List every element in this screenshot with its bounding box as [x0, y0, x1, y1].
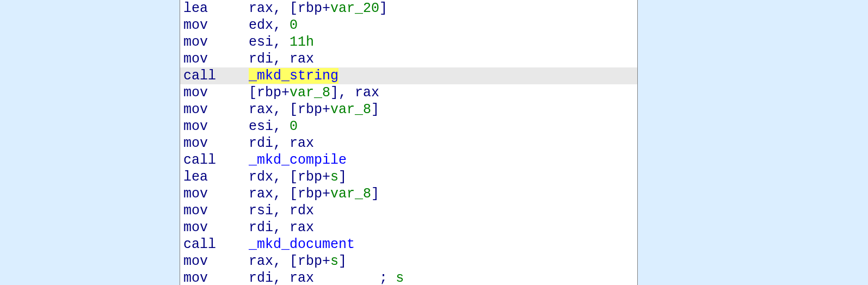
variable-ref[interactable]: var_8 — [330, 186, 371, 202]
operand: + — [322, 1, 330, 16]
operand: rax — [249, 186, 273, 202]
asm-line[interactable]: call _mkd_compile — [180, 152, 637, 169]
operand: rbp — [298, 253, 322, 269]
asm-line[interactable]: mov rdi, rax — [180, 51, 637, 67]
operand: + — [322, 169, 330, 185]
literal: 0 — [290, 119, 298, 134]
operand: edx — [249, 17, 273, 33]
variable-ref[interactable]: s — [396, 270, 404, 285]
operand: rdi — [249, 51, 273, 67]
asm-line[interactable]: mov rax, [rbp+var_8] — [180, 185, 637, 202]
mnemonic: mov — [183, 102, 208, 117]
asm-line[interactable]: mov edx, 0 — [180, 17, 637, 34]
operand: rbp — [298, 169, 322, 185]
asm-line[interactable]: mov rsi, rdx — [180, 202, 637, 219]
operand: + — [322, 186, 330, 202]
operand: [ — [249, 85, 257, 101]
operand: esi — [249, 119, 273, 134]
mnemonic: call — [183, 237, 216, 252]
page-background: lea rax, [rbp+var_20]mov edx, 0mov esi, … — [0, 0, 868, 285]
operand: + — [281, 85, 290, 101]
operand: rbp — [298, 186, 322, 202]
mnemonic: mov — [183, 186, 208, 202]
mnemonic: mov — [183, 17, 208, 33]
operand: , — [273, 220, 290, 236]
operand: rax — [290, 220, 314, 236]
operand: rdi — [249, 135, 273, 151]
operand: , [ — [273, 186, 298, 202]
asm-line[interactable]: call _mkd_document — [180, 236, 637, 253]
operand: rbp — [257, 85, 281, 101]
operand: , — [273, 135, 290, 151]
operand: ], — [330, 85, 355, 101]
operand: , — [273, 17, 290, 33]
operand: , — [273, 51, 290, 67]
operand: rax — [355, 85, 379, 101]
mnemonic: mov — [183, 34, 208, 50]
literal: 11h — [290, 34, 314, 50]
asm-line[interactable]: mov rax, [rbp+s] — [180, 253, 637, 270]
mnemonic: lea — [183, 169, 208, 185]
mnemonic: lea — [183, 1, 208, 16]
mnemonic: mov — [183, 119, 208, 134]
operand: , [ — [273, 169, 298, 185]
operand: ] — [371, 186, 379, 202]
operand: rax — [290, 270, 314, 285]
asm-line[interactable]: mov rdi, rax ; s — [180, 270, 637, 285]
variable-ref[interactable]: s — [330, 169, 338, 185]
function-ref[interactable]: _mkd_document — [249, 237, 355, 252]
asm-line[interactable]: lea rdx, [rbp+s] — [180, 169, 637, 185]
asm-line[interactable]: mov esi, 11h — [180, 34, 637, 51]
operand: ] — [379, 1, 387, 16]
asm-line[interactable]: mov rax, [rbp+var_8] — [180, 101, 637, 118]
asm-line[interactable]: lea rax, [rbp+var_20] — [180, 0, 637, 17]
operand: , [ — [273, 102, 298, 117]
operand: ] — [338, 253, 347, 269]
function-ref[interactable]: _mkd_compile — [249, 152, 347, 168]
operand: , [ — [273, 253, 298, 269]
asm-line[interactable]: mov rdi, rax — [180, 135, 637, 152]
mnemonic: mov — [183, 135, 208, 151]
disassembly-listing[interactable]: lea rax, [rbp+var_20]mov edx, 0mov esi, … — [180, 0, 638, 285]
operand: ; — [379, 270, 396, 285]
variable-ref[interactable]: var_8 — [330, 102, 371, 117]
mnemonic: call — [183, 68, 216, 84]
mnemonic: mov — [183, 85, 208, 101]
operand: , — [273, 119, 290, 134]
variable-ref[interactable]: var_8 — [290, 85, 330, 101]
operand: rax — [290, 51, 314, 67]
asm-line[interactable]: mov rdi, rax — [180, 219, 637, 236]
operand: esi — [249, 34, 273, 50]
asm-line[interactable]: call _mkd_string — [180, 67, 637, 84]
mnemonic: mov — [183, 270, 208, 285]
operand: + — [322, 102, 330, 117]
mnemonic: mov — [183, 203, 208, 219]
operand: , [ — [273, 1, 298, 16]
operand: rbp — [298, 1, 322, 16]
operand: ] — [338, 169, 347, 185]
mnemonic: mov — [183, 51, 208, 67]
operand: , — [273, 270, 290, 285]
variable-ref[interactable]: var_20 — [330, 1, 379, 16]
operand: rax — [249, 102, 273, 117]
literal: 0 — [290, 17, 298, 33]
operand: rsi — [249, 203, 273, 219]
operand: rdi — [249, 270, 273, 285]
asm-line[interactable]: mov esi, 0 — [180, 118, 637, 135]
operand: + — [322, 253, 330, 269]
operand: , — [273, 203, 290, 219]
operand: rbp — [298, 102, 322, 117]
variable-ref[interactable]: s — [330, 253, 338, 269]
mnemonic: mov — [183, 253, 208, 269]
operand: ] — [371, 102, 379, 117]
operand: rax — [249, 253, 273, 269]
selected-identifier[interactable]: _mkd_string — [249, 68, 338, 84]
operand: rax — [290, 135, 314, 151]
operand: rax — [249, 1, 273, 16]
operand: , — [273, 34, 290, 50]
mnemonic: call — [183, 152, 216, 168]
mnemonic: mov — [183, 220, 208, 236]
operand: rdx — [290, 203, 314, 219]
asm-line[interactable]: mov [rbp+var_8], rax — [180, 84, 637, 101]
operand: rdx — [249, 169, 273, 185]
